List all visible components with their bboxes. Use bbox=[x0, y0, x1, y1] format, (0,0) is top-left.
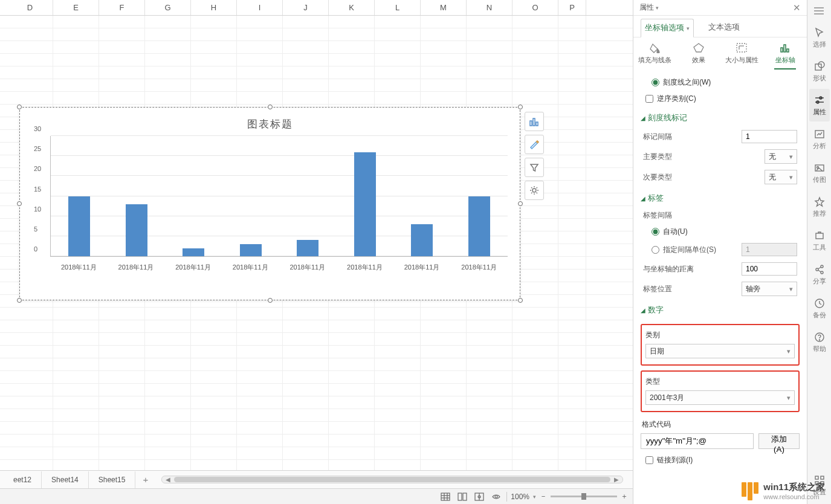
right-tool-rail: 选择 形状 属性 分析 传图 推荐 工具 分享 备份 帮助 设置 bbox=[807, 0, 831, 504]
rail-transfer[interactable]: 传图 bbox=[809, 157, 830, 189]
horizontal-scrollbar[interactable]: ◀ ▶ bbox=[161, 476, 623, 483]
axis-distance-input[interactable] bbox=[742, 262, 797, 276]
chart-title[interactable]: 图表标题 bbox=[20, 108, 520, 136]
col-header[interactable]: I bbox=[237, 0, 283, 15]
section-labels[interactable]: ◢标签 bbox=[641, 187, 800, 207]
tab-text-options[interactable]: 文本选项 bbox=[705, 18, 743, 37]
major-type-select[interactable]: 无▾ bbox=[765, 149, 797, 164]
resize-handle[interactable] bbox=[17, 201, 22, 206]
tab-axis-options[interactable]: 坐标轴选项▾ bbox=[641, 19, 694, 37]
zoom-slider[interactable] bbox=[551, 496, 617, 497]
scroll-left-icon[interactable]: ◀ bbox=[164, 476, 172, 483]
grid-body[interactable]: 图表标题 051015202530 2018年11月2018年11月2018年1… bbox=[0, 16, 633, 470]
reverse-categories-checkbox[interactable] bbox=[645, 95, 653, 103]
rail-recommend[interactable]: 推荐 bbox=[809, 190, 830, 223]
section-number[interactable]: ◢数字 bbox=[641, 299, 800, 319]
chart-settings-button[interactable] bbox=[525, 181, 544, 200]
chart-bar[interactable] bbox=[468, 196, 490, 257]
chart-bar[interactable] bbox=[68, 196, 90, 257]
number-type-select[interactable]: 2001年3月▾ bbox=[645, 390, 795, 405]
resize-handle[interactable] bbox=[17, 105, 22, 109]
col-header[interactable]: D bbox=[7, 0, 53, 15]
svg-line-38 bbox=[818, 267, 821, 269]
mark-interval-input[interactable] bbox=[742, 130, 797, 143]
rail-menu-icon[interactable] bbox=[814, 4, 825, 20]
col-header[interactable]: E bbox=[53, 0, 99, 15]
size-and-properties-button[interactable]: 大小与属性 bbox=[725, 42, 758, 69]
chart-plot[interactable]: 051015202530 bbox=[50, 136, 508, 257]
number-category-select[interactable]: 日期▾ bbox=[645, 344, 795, 358]
auto-interval-radio[interactable] bbox=[652, 228, 659, 236]
effects-button[interactable]: 效果 bbox=[682, 42, 716, 69]
col-header[interactable]: M bbox=[421, 0, 467, 15]
col-header[interactable]: H bbox=[191, 0, 237, 15]
sheet-tab[interactable]: Sheet15 bbox=[89, 471, 136, 488]
number-category-label: 类别 bbox=[645, 331, 660, 339]
rail-analyze[interactable]: 分析 bbox=[809, 123, 830, 155]
rail-select[interactable]: 选择 bbox=[809, 21, 830, 54]
major-type-label: 主要类型 bbox=[643, 152, 672, 162]
link-to-source-checkbox[interactable] bbox=[645, 456, 653, 464]
rail-help[interactable]: 帮助 bbox=[809, 326, 830, 358]
col-header[interactable]: N bbox=[467, 0, 513, 15]
page-break-view-icon[interactable] bbox=[473, 491, 486, 503]
properties-panel: 属性 ▾ ✕ 坐标轴选项▾ 文本选项 填充与线条 效果 大小与属性 bbox=[633, 0, 807, 504]
rail-backup[interactable]: 备份 bbox=[809, 292, 830, 325]
col-header[interactable]: L bbox=[375, 0, 421, 15]
chart-float-toolbar bbox=[525, 112, 544, 200]
rail-properties[interactable]: 属性 bbox=[809, 89, 830, 121]
resize-handle[interactable] bbox=[268, 298, 273, 303]
rail-shape[interactable]: 形状 bbox=[809, 55, 830, 88]
resize-handle[interactable] bbox=[268, 105, 273, 109]
chart-style-button[interactable] bbox=[525, 135, 544, 154]
scrollbar-thumb[interactable] bbox=[174, 477, 610, 482]
zoom-in-button[interactable]: ＋ bbox=[621, 491, 628, 502]
normal-view-icon[interactable] bbox=[439, 491, 452, 503]
zoom-level[interactable]: 100% bbox=[511, 493, 529, 501]
fill-and-line-button[interactable]: 填充与线条 bbox=[638, 42, 672, 69]
minor-type-select[interactable]: 无▾ bbox=[765, 170, 797, 184]
resize-handle[interactable] bbox=[518, 105, 523, 109]
chart-bar[interactable] bbox=[411, 224, 433, 256]
label-position-select[interactable]: 轴旁▾ bbox=[742, 282, 797, 296]
sheet-tab[interactable]: eet12 bbox=[4, 471, 42, 488]
resize-handle[interactable] bbox=[518, 298, 523, 303]
resize-handle[interactable] bbox=[518, 201, 523, 206]
rail-share[interactable]: 分享 bbox=[809, 258, 830, 291]
format-code-input[interactable] bbox=[641, 433, 754, 449]
svg-rect-0 bbox=[530, 121, 532, 126]
chart-bar[interactable] bbox=[297, 240, 318, 256]
col-header[interactable]: K bbox=[329, 0, 375, 15]
chart-bar[interactable] bbox=[240, 244, 262, 256]
rail-tools[interactable]: 工具 bbox=[809, 224, 830, 257]
chart-bar[interactable] bbox=[126, 204, 147, 256]
chart-elements-button[interactable] bbox=[525, 112, 544, 131]
between-ticks-radio[interactable] bbox=[652, 79, 659, 86]
col-header[interactable]: J bbox=[283, 0, 329, 15]
column-headers: D E F G H I J K L M N O P bbox=[0, 0, 633, 16]
zoom-dropdown-icon[interactable]: ▾ bbox=[533, 494, 536, 500]
axis-button[interactable]: 坐标轴 bbox=[768, 42, 802, 69]
section-tickmarks[interactable]: ◢刻度线标记 bbox=[641, 107, 800, 127]
col-header[interactable]: O bbox=[513, 0, 558, 15]
svg-point-14 bbox=[495, 496, 497, 498]
panel-title-dropdown-icon[interactable]: ▾ bbox=[656, 5, 659, 11]
close-panel-button[interactable]: ✕ bbox=[793, 2, 801, 13]
zoom-out-button[interactable]: － bbox=[540, 491, 547, 502]
add-sheet-button[interactable]: + bbox=[135, 474, 155, 485]
resize-handle[interactable] bbox=[17, 298, 22, 303]
sheet-tab[interactable]: Sheet14 bbox=[42, 471, 89, 488]
chart-bar[interactable] bbox=[183, 248, 204, 256]
col-header[interactable]: G bbox=[145, 0, 191, 15]
scroll-right-icon[interactable]: ▶ bbox=[613, 476, 620, 483]
chart-filter-button[interactable] bbox=[525, 158, 544, 177]
chart-object[interactable]: 图表标题 051015202530 2018年11月2018年11月2018年1… bbox=[19, 107, 520, 300]
page-layout-view-icon[interactable] bbox=[456, 491, 469, 503]
reading-view-icon[interactable] bbox=[490, 491, 503, 503]
svg-rect-2 bbox=[536, 122, 538, 126]
add-format-button[interactable]: 添加(A) bbox=[758, 433, 800, 449]
col-header[interactable]: P bbox=[558, 0, 586, 15]
specify-interval-radio[interactable] bbox=[652, 246, 659, 254]
col-header[interactable]: F bbox=[99, 0, 145, 15]
chart-bar[interactable] bbox=[354, 152, 376, 256]
